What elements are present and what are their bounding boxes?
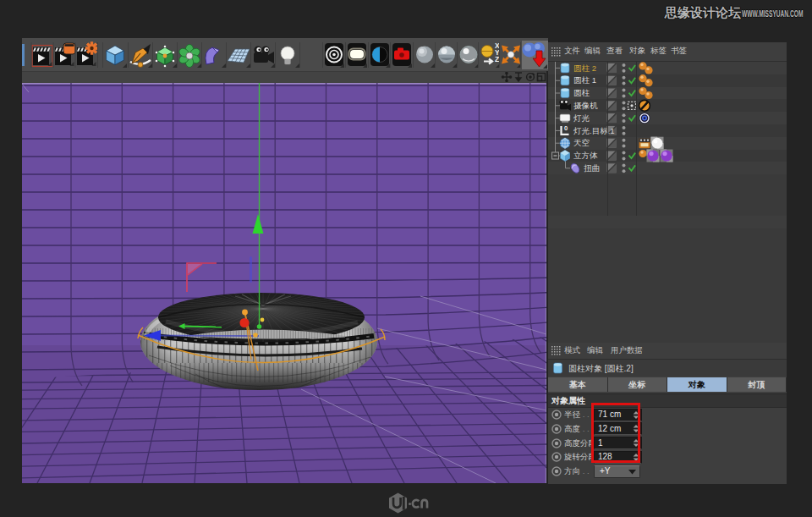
svg-text:Z: Z	[495, 55, 499, 63]
svg-text:0: 0	[564, 124, 568, 132]
